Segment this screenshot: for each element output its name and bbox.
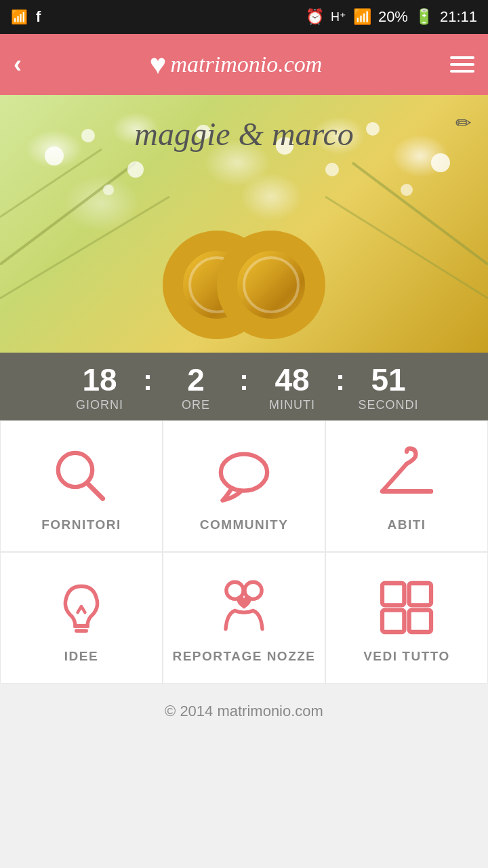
network-icon: 📶 [353, 8, 371, 26]
sep-1: : [143, 364, 152, 397]
couple-icon [214, 577, 274, 638]
menu-line-3 [450, 70, 474, 73]
menu-button[interactable] [450, 56, 474, 73]
copyright-text: © 2014 matrimonio.com [165, 703, 323, 719]
grid-icon [376, 577, 437, 638]
menu-line-1 [450, 56, 474, 59]
reportage-label: REPORTAGE NOZZE [172, 649, 315, 664]
hanger-icon [376, 446, 437, 507]
svg-rect-25 [382, 610, 404, 632]
countdown-hours: 2 Ore [155, 361, 237, 412]
chat-icon [214, 446, 274, 507]
grid-item-idee[interactable]: IDEE [0, 552, 163, 684]
status-right: ⏰ H⁺ 📶 20% 🔋 21:11 [306, 8, 477, 26]
grid-menu: FORNITORI COMMUNITY ABITI [0, 420, 488, 684]
heart-icon: ♥ [150, 48, 167, 81]
fornitori-label: FORNITORI [41, 517, 121, 532]
rings-decoration [163, 231, 325, 339]
edit-button[interactable]: ✏ [455, 112, 471, 134]
bulb-icon [51, 577, 112, 638]
countdown: 18 Giorni : 2 Ore : 48 Minuti : 51 Secon… [0, 353, 488, 420]
countdown-seconds: 51 Secondi [348, 361, 429, 412]
header: ‹ ♥ matrimonio.com [0, 34, 488, 95]
seconds-label: Secondi [358, 398, 418, 412]
sim-icon: 📶 [11, 9, 28, 25]
seconds-value: 51 [371, 361, 405, 398]
svg-rect-24 [409, 583, 431, 605]
minutes-label: Minuti [269, 398, 315, 412]
days-label: Giorni [76, 398, 123, 412]
svg-rect-23 [382, 583, 404, 605]
abiti-label: ABITI [387, 517, 426, 532]
footer: © 2014 matrimonio.com [0, 684, 488, 739]
veditutto-label: VEDI TUTTO [363, 649, 450, 664]
sep-2: : [239, 364, 249, 397]
sep-3: : [336, 364, 345, 397]
couple-name: maggie & marco [0, 115, 488, 153]
logo-text: matrimonio.com [171, 52, 323, 77]
back-button[interactable]: ‹ [14, 50, 22, 79]
search-icon [51, 446, 112, 507]
grid-item-veditutto[interactable]: VEDI TUTTO [325, 552, 488, 684]
countdown-minutes: 48 Minuti [251, 361, 333, 412]
grid-item-abiti[interactable]: ABITI [325, 420, 488, 552]
hours-value: 2 [187, 361, 205, 398]
hero-banner: maggie & marco ✏ [0, 95, 488, 353]
days-value: 18 [82, 361, 117, 398]
community-label: COMMUNITY [200, 517, 289, 532]
signal-icon: H⁺ [331, 9, 346, 24]
svg-rect-26 [409, 610, 431, 632]
status-left: 📶 f [11, 8, 41, 26]
grid-item-community[interactable]: COMMUNITY [163, 420, 325, 552]
svg-line-16 [87, 484, 103, 499]
status-bar: 📶 f ⏰ H⁺ 📶 20% 🔋 21:11 [0, 0, 488, 34]
svg-point-17 [221, 454, 267, 491]
hours-label: Ore [182, 398, 210, 412]
ring-right [217, 231, 325, 339]
minutes-value: 48 [274, 361, 309, 398]
time-label: 21:11 [440, 8, 477, 26]
battery-label: 20% [378, 8, 408, 26]
menu-line-2 [450, 63, 474, 66]
grid-item-reportage[interactable]: REPORTAGE NOZZE [163, 552, 325, 684]
alarm-icon: ⏰ [306, 8, 324, 26]
logo: ♥ matrimonio.com [150, 48, 323, 81]
grid-item-fornitori[interactable]: FORNITORI [0, 420, 163, 552]
battery-icon: 🔋 [415, 8, 433, 26]
facebook-icon: f [36, 8, 41, 26]
countdown-days: 18 Giorni [59, 361, 140, 412]
idee-label: IDEE [64, 649, 98, 664]
